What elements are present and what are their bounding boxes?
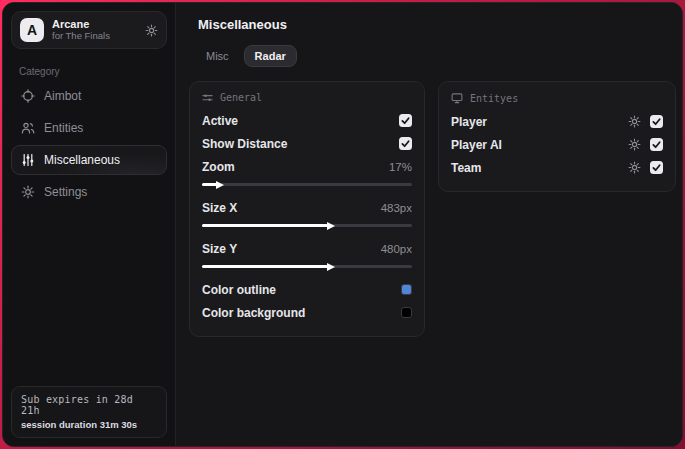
color-outline-swatch[interactable] <box>401 284 412 295</box>
app-logo: A <box>20 18 44 42</box>
zoom-label: Zoom <box>202 160 235 174</box>
color-outline-label: Color outline <box>202 283 276 297</box>
player-ai-gear-icon[interactable] <box>628 138 641 151</box>
sidebar-nav: Aimbot Entities Miscellaneous <box>11 81 167 207</box>
app-subtitle: for The Finals <box>52 31 137 42</box>
player-ai-checkbox[interactable] <box>650 138 663 151</box>
general-panel: General Active Show Distance Zoom <box>189 81 425 337</box>
sidebar: A Arcane for The Finals Category <box>3 3 176 446</box>
team-label: Team <box>451 161 481 175</box>
zoom-slider[interactable] <box>202 183 412 186</box>
sidebar-item-miscellaneous[interactable]: Miscellaneous <box>11 145 167 175</box>
active-row: Active <box>202 109 412 132</box>
users-icon <box>21 121 35 135</box>
app-name: Arcane <box>52 18 137 31</box>
size-x-value: 483px <box>381 202 412 214</box>
tab-bar: Misc Radar <box>195 45 676 67</box>
zoom-slider-thumb[interactable] <box>216 181 224 189</box>
player-checkbox[interactable] <box>650 115 663 128</box>
tab-radar[interactable]: Radar <box>244 45 297 67</box>
sidebar-item-label: Settings <box>44 185 87 199</box>
team-row: Team <box>451 156 663 179</box>
category-label: Category <box>19 66 159 77</box>
subscription-card: Sub expires in 28d 21h session duration … <box>11 386 167 438</box>
sidebar-item-aimbot[interactable]: Aimbot <box>11 81 167 111</box>
size-y-slider-fill <box>202 265 328 268</box>
page-title: Miscellaneous <box>198 17 676 32</box>
sidebar-item-entities[interactable]: Entities <box>11 113 167 143</box>
size-y-label: Size Y <box>202 242 237 256</box>
check-icon <box>401 116 410 125</box>
player-ai-row: Player AI <box>451 133 663 156</box>
sliders-icon <box>21 153 35 167</box>
sub-expires-text: Sub expires in 28d 21h <box>21 394 157 416</box>
active-checkbox[interactable] <box>399 114 412 127</box>
check-icon <box>652 163 661 172</box>
size-x-slider[interactable] <box>202 224 412 227</box>
size-y-row: Size Y 480px <box>202 237 412 260</box>
profile-card[interactable]: A Arcane for The Finals <box>11 11 167 49</box>
player-label: Player <box>451 115 487 129</box>
color-outline-row: Color outline <box>202 278 412 301</box>
team-gear-icon[interactable] <box>628 161 641 174</box>
active-label: Active <box>202 114 238 128</box>
size-x-slider-fill <box>202 224 328 227</box>
profile-text: Arcane for The Finals <box>52 18 137 42</box>
check-icon <box>652 140 661 149</box>
check-icon <box>401 139 410 148</box>
color-background-label: Color background <box>202 306 305 320</box>
color-background-swatch[interactable] <box>401 307 412 318</box>
panels: General Active Show Distance Zoom <box>189 81 676 337</box>
session-duration-text: session duration 31m 30s <box>21 419 157 430</box>
size-x-row: Size X 483px <box>202 196 412 219</box>
sidebar-item-label: Miscellaneous <box>44 153 120 167</box>
general-panel-title: General <box>220 92 262 103</box>
entities-panel-header: Entityes <box>451 92 663 104</box>
team-checkbox[interactable] <box>650 161 663 174</box>
crosshair-icon <box>21 89 35 103</box>
size-y-value: 480px <box>381 243 412 255</box>
zoom-slider-fill <box>202 183 217 186</box>
color-background-row: Color background <box>202 301 412 324</box>
player-row: Player <box>451 110 663 133</box>
app-window: A Arcane for The Finals Category <box>2 2 683 447</box>
sidebar-item-label: Aimbot <box>44 89 81 103</box>
show-distance-label: Show Distance <box>202 137 287 151</box>
adjustments-icon <box>202 92 213 103</box>
size-x-slider-thumb[interactable] <box>327 222 335 230</box>
zoom-value: 17% <box>389 161 412 173</box>
entities-panel: Entityes Player <box>438 81 676 192</box>
player-ai-label: Player AI <box>451 138 502 152</box>
entities-panel-title: Entityes <box>470 93 518 104</box>
check-icon <box>652 117 661 126</box>
sidebar-item-label: Entities <box>44 121 83 135</box>
show-distance-checkbox[interactable] <box>399 137 412 150</box>
monitor-icon <box>451 92 463 104</box>
size-y-slider[interactable] <box>202 265 412 268</box>
show-distance-row: Show Distance <box>202 132 412 155</box>
size-y-slider-thumb[interactable] <box>327 263 335 271</box>
player-gear-icon[interactable] <box>628 115 641 128</box>
main-content: Miscellaneous Misc Radar General Active <box>176 3 683 446</box>
profile-gear-icon[interactable] <box>145 24 158 37</box>
general-panel-header: General <box>202 92 412 103</box>
gear-icon <box>21 185 35 199</box>
tab-misc[interactable]: Misc <box>195 45 240 67</box>
size-x-label: Size X <box>202 201 237 215</box>
zoom-row: Zoom 17% <box>202 155 412 178</box>
sidebar-item-settings[interactable]: Settings <box>11 177 167 207</box>
